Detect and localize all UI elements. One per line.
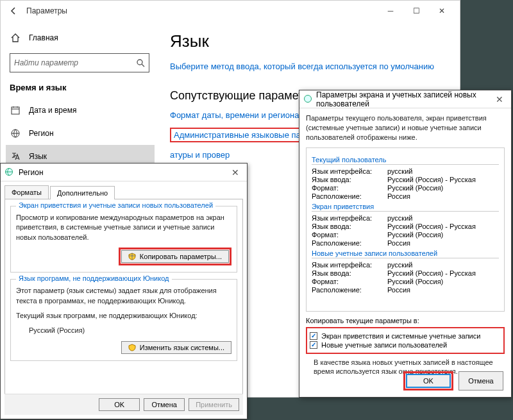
back-button[interactable] [6,3,21,19]
region-tabs: Форматы Дополнительно [4,185,243,199]
minimize-button[interactable]: ─ [378,2,403,20]
value-ui-lang-2: русский [387,214,412,222]
subhead-new-users: Новые учетные записи пользователей [312,249,499,258]
value-location-1: Россия [387,192,410,200]
svg-point-0 [137,60,142,65]
globe-icon [4,167,15,178]
search-input[interactable]: Найти параметр [10,53,149,72]
region-cancel-button[interactable]: Отмена [144,398,185,411]
link-input-method[interactable]: Выберите метод ввода, который всегда исп… [170,62,444,71]
checkbox-new-users[interactable]: ✓ [310,341,317,349]
calendar-icon [10,105,21,116]
newusers-ok-button[interactable]: OK [406,374,451,388]
sidebar-home-label: Главная [29,33,58,42]
search-icon [136,58,145,67]
value-input-lang-1: Русский (Россия) - Русская [387,176,476,183]
nav-datetime-label: Дата и время [29,106,76,115]
group2-title: Язык программ, не поддерживающих Юникод [16,274,172,282]
group-welcome-screen: Экран приветствия и учетные записи новых… [10,206,237,273]
region-titlebar: Регион ✕ [1,164,247,181]
checkbox-row-newusers: ✓ Новые учетные записи пользователей [310,341,501,349]
newusers-intro: Параметры текущего пользователя, экран п… [306,113,505,142]
newusers-buttons: OK Отмена [403,371,503,391]
region-dialog: Регион ✕ Форматы Дополнительно Экран при… [0,163,248,419]
group2-current-lang: Русский (Россия) [16,326,231,335]
value-location-3: Россия [387,286,410,294]
sidebar-item-datetime[interactable]: Дата и время [6,99,155,122]
region-dialog-buttons: OK Отмена Применить [4,394,243,415]
tab-advanced[interactable]: Дополнительно [50,186,115,199]
sidebar-item-region[interactable]: Регион [6,122,155,145]
nav-language-label: Язык [29,152,47,161]
window-controls: ─ ☐ ✕ [378,2,455,20]
page-title: Язык [170,31,444,51]
region-apply-button[interactable]: Применить [189,398,239,411]
highlight-copy-button: Копировать параметры... [119,248,231,265]
newusers-cancel-button[interactable]: Отмена [458,371,503,391]
group1-text: Просмотр и копирование международных пар… [16,213,231,242]
search-placeholder: Найти параметр [14,58,78,67]
checkbox-row-welcome: ✓ Экран приветствия и системные учетные … [310,332,501,340]
svg-point-4 [305,95,312,102]
globe-icon [10,128,21,139]
change-system-locale-button[interactable]: Изменить язык системы... [121,341,231,354]
maximize-button[interactable]: ☐ [403,2,429,20]
tab-formats[interactable]: Форматы [4,185,49,199]
sidebar-section-title: Время и язык [6,79,155,99]
newusers-titlebar: Параметры экрана и учетных записей новых… [299,90,511,108]
subhead-welcome-screen: Экран приветствия [312,203,499,212]
value-location-2: Россия [387,239,410,247]
close-button[interactable]: ✕ [429,2,455,20]
region-close-button[interactable]: ✕ [228,167,243,178]
sidebar-item-home[interactable]: Главная [6,26,155,49]
group2-text1: Этот параметр (язык системы) задает язык… [16,286,231,306]
label-ui-lang: Язык интерфейса: [312,167,387,175]
copy-settings-button[interactable]: Копировать параметры... [121,250,229,263]
language-icon [10,151,21,162]
checkbox-welcome-label: Экран приветствия и системные учетные за… [321,332,480,340]
copy-button-label: Копировать параметры... [140,253,222,260]
newusers-body: Параметры текущего пользователя, экран п… [299,108,511,381]
newusers-close-button[interactable]: ✕ [492,94,507,105]
change-locale-label: Изменить язык системы... [140,344,224,351]
highlight-checkboxes: ✓ Экран приветствия и системные учетные … [306,327,505,354]
highlight-ok-button: OK [403,371,453,391]
nav-region-label: Регион [29,129,54,138]
value-format-1: Русский (Россия) [387,184,443,192]
checkbox-welcome-screen[interactable]: ✓ [310,332,317,340]
svg-rect-1 [12,107,19,114]
subhead-current-user: Текущий пользователь [312,156,499,165]
value-input-lang-3: Русский (Россия) - Русская [387,269,476,277]
region-tab-panel: Экран приветствия и учетные записи новых… [4,199,243,404]
label-format: Формат: [312,184,387,192]
value-input-lang-2: Русский (Россия) - Русская [387,223,476,230]
copy-to-label: Копировать текущие параметры в: [306,317,505,324]
shield-icon [128,253,136,260]
value-format-3: Русский (Россия) [387,278,443,285]
region-ok-button[interactable]: OK [99,398,140,411]
label-location: Расположение: [312,192,387,200]
region-dialog-title: Регион [19,168,44,177]
value-ui-lang-3: русский [387,261,412,269]
group1-title: Экран приветствия и учетные записи новых… [16,201,215,209]
checkbox-newusers-label: Новые учетные записи пользователей [321,341,447,349]
window-title: Параметры [26,6,67,15]
back-arrow-icon [9,6,18,15]
value-ui-lang-1: русский [387,167,412,175]
group-nonunicode: Язык программ, не поддерживающих Юникод … [10,279,237,361]
newusers-title: Параметры экрана и учетных записей новых… [316,90,492,108]
globe-icon [303,94,312,105]
newusers-dialog: Параметры экрана и учетных записей новых… [299,90,512,398]
group2-text2: Текущий язык программ, не поддерживающих… [16,311,231,321]
home-icon [10,32,21,44]
label-input-lang: Язык ввода: [312,176,387,183]
newusers-settings-group: Текущий пользователь Язык интерфейса:рус… [306,147,505,312]
value-format-2: Русский (Россия) [387,231,443,239]
shield-icon [128,344,136,351]
titlebar: Параметры ─ ☐ ✕ [1,1,460,21]
